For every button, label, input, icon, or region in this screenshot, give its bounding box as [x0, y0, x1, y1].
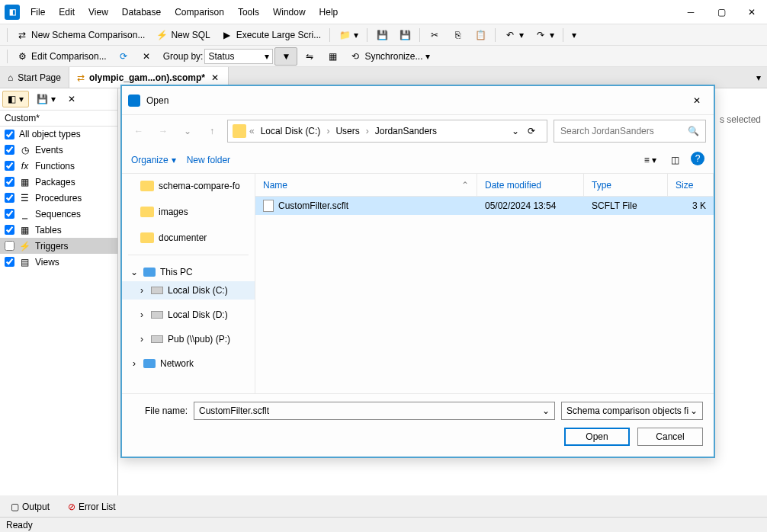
sidebar-save-button[interactable]: 💾▾ [32, 91, 60, 107]
new-folder-button[interactable]: New folder [187, 155, 230, 165]
save-all-button[interactable]: 💾 [394, 27, 416, 43]
edit-comparison-button[interactable]: ⚙ Edit Comparison... [11, 48, 111, 65]
obj-packages-check[interactable] [5, 177, 14, 187]
obj-functions-check[interactable] [5, 161, 14, 171]
organize-button[interactable]: Organize ▾ [131, 155, 176, 165]
undo-button[interactable]: ↶▾ [499, 27, 528, 43]
bc-local-disk[interactable]: Local Disk (C:) [258, 124, 324, 138]
save-button[interactable]: 💾 [371, 27, 393, 43]
sidebar-browse-button[interactable]: ◧▾ [2, 91, 29, 107]
tree-disk-p[interactable]: ›Pub (\\pub) (P:) [122, 330, 255, 348]
stop-button[interactable]: ✕ [136, 48, 157, 65]
chevron-right-icon[interactable]: › [137, 309, 146, 320]
menu-file[interactable]: File [24, 4, 51, 21]
dropdown-icon[interactable]: ⌄ [690, 405, 698, 416]
obj-events-check[interactable] [5, 145, 14, 155]
menu-comparison[interactable]: Comparison [168, 4, 230, 21]
dialog-close-button[interactable]: ✕ [686, 90, 708, 111]
nav-recent-button[interactable]: ⌄ [178, 122, 197, 140]
chevron-right-icon[interactable]: › [130, 358, 139, 369]
breadcrumb[interactable]: « Local Disk (C:) › Users › JordanSander… [227, 120, 547, 143]
nav-up-button[interactable]: ↑ [203, 122, 221, 140]
menu-edit[interactable]: Edit [53, 4, 81, 21]
obj-tables[interactable]: ▦Tables [0, 222, 117, 238]
dropdown-icon[interactable]: ⌄ [542, 405, 550, 416]
obj-procedures-check[interactable] [5, 193, 14, 203]
tree-folder-1[interactable]: schema-compare-fo [122, 177, 255, 195]
maximize-button[interactable]: ▢ [706, 0, 737, 24]
redo-button[interactable]: ↷▾ [530, 27, 559, 43]
obj-functions[interactable]: fxFunctions [0, 158, 117, 174]
paste-button[interactable]: 📋 [470, 27, 491, 43]
obj-all[interactable]: All object types [0, 127, 117, 142]
obj-tables-check[interactable] [5, 225, 14, 235]
obj-triggers-check[interactable] [5, 241, 14, 251]
bc-refresh-button[interactable]: ⟳ [521, 126, 542, 136]
tab-overflow[interactable]: ▾ [750, 72, 767, 83]
group-by-select[interactable]: Status ▾ [204, 49, 273, 64]
menu-tools[interactable]: Tools [232, 4, 265, 21]
obj-views[interactable]: ▤Views [0, 254, 117, 270]
open-button[interactable]: Open [564, 428, 630, 446]
synchronize-button[interactable]: ⟲ Synchronize...▾ [345, 48, 435, 65]
search-icon[interactable]: 🔍 [688, 126, 699, 136]
sidebar-clear-button[interactable]: ✕ [63, 91, 80, 107]
cancel-button[interactable]: Cancel [637, 428, 703, 446]
preview-pane-button[interactable]: ◫ [666, 152, 683, 168]
col-name[interactable]: Name⌃ [255, 174, 477, 196]
refresh-button[interactable]: ⟳ [113, 48, 134, 65]
new-schema-comparison-button[interactable]: ⇄ New Schema Comparison... [11, 27, 149, 43]
copy-button[interactable]: ⎘ [447, 27, 468, 43]
grid-button[interactable]: ▦ [322, 48, 343, 65]
tree-folder-2[interactable]: images [122, 203, 255, 221]
tab-close-icon[interactable]: ✕ [210, 72, 220, 83]
bc-dropdown[interactable]: ⌄ [512, 126, 519, 136]
search-input[interactable] [560, 126, 688, 136]
tree-disk-c[interactable]: ›Local Disk (C:) [122, 281, 255, 300]
col-type[interactable]: Type [584, 174, 668, 196]
obj-sequences-check[interactable] [5, 209, 14, 219]
tab-start-page[interactable]: ⌂ Start Page [0, 67, 69, 88]
minimize-button[interactable]: ─ [676, 0, 706, 24]
menu-window[interactable]: Window [267, 4, 312, 21]
new-sql-button[interactable]: ⚡ New SQL [151, 27, 214, 43]
tree-folder-3[interactable]: documenter [122, 229, 255, 247]
tree-disk-d[interactable]: ›Local Disk (D:) [122, 306, 255, 324]
file-filter-select[interactable]: Schema comparison objects filt⌄ [561, 402, 703, 420]
bc-user[interactable]: JordanSanders [372, 124, 440, 138]
col-size[interactable]: Size [668, 174, 714, 196]
file-row[interactable]: CustomFilter.scflt 05/02/2024 13:54 SCFL… [255, 197, 714, 215]
obj-packages[interactable]: ▦Packages [0, 174, 117, 190]
obj-events[interactable]: ◷Events [0, 142, 117, 158]
nav-back-button[interactable]: ← [130, 122, 148, 140]
obj-sequences[interactable]: ⎯Sequences [0, 206, 117, 222]
nav-forward-button[interactable]: → [154, 122, 172, 140]
filter-button[interactable]: ▼ [274, 47, 297, 66]
chevron-right-icon[interactable]: › [137, 285, 146, 296]
col-date[interactable]: Date modified [477, 174, 584, 196]
menu-view[interactable]: View [82, 4, 114, 21]
file-name-input[interactable]: CustomFilter.scflt⌄ [194, 402, 555, 420]
open-dropdown[interactable]: 📁▾ [334, 27, 363, 43]
error-list-tab[interactable]: ⊘Error List [63, 500, 120, 514]
search-box[interactable]: 🔍 [554, 120, 706, 143]
cut-button[interactable]: ✂ [424, 27, 445, 43]
obj-procedures[interactable]: ☰Procedures [0, 190, 117, 206]
tree-network[interactable]: ›Network [122, 354, 255, 373]
obj-all-check[interactable] [5, 130, 14, 139]
swap-button[interactable]: ⇋ [299, 48, 320, 65]
output-tab[interactable]: ▢Output [6, 500, 54, 514]
menu-help[interactable]: Help [313, 4, 345, 21]
options-dropdown[interactable]: ▾ [567, 27, 581, 43]
chevron-down-icon[interactable]: ⌄ [130, 267, 139, 277]
execute-large-script-button[interactable]: ▶ Execute Large Scri... [217, 27, 326, 43]
tree-this-pc[interactable]: ⌄This PC [122, 263, 255, 281]
help-button[interactable]: ? [691, 152, 704, 165]
close-button[interactable]: ✕ [737, 0, 767, 24]
obj-triggers[interactable]: ⚡Triggers [0, 238, 117, 254]
menu-database[interactable]: Database [116, 4, 167, 21]
obj-views-check[interactable] [5, 257, 14, 267]
chevron-right-icon[interactable]: › [137, 334, 146, 345]
bc-users[interactable]: Users [332, 124, 362, 138]
view-mode-button[interactable]: ≡ ▾ [642, 152, 659, 168]
